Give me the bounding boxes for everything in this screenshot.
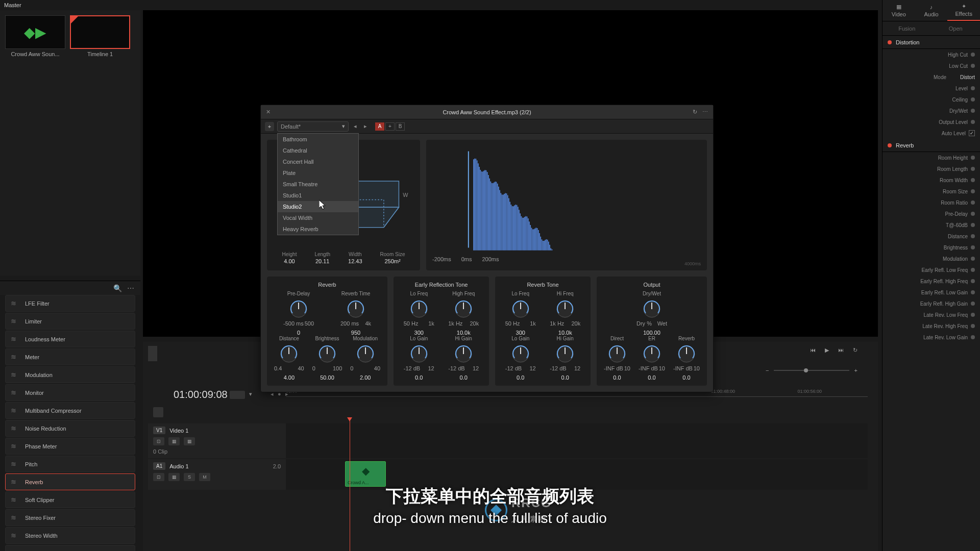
preset-dropdown[interactable]: Default*▾ BathroomCathedralConcert HallP… <box>277 121 349 132</box>
add-preset-button[interactable]: + <box>265 122 274 131</box>
fx-item-surround-analyzer[interactable]: ≋Surround Analyzer <box>5 545 135 551</box>
knob-distance[interactable]: Distance0.4404.00 <box>270 336 308 381</box>
fx-item-stereo-width[interactable]: ≋Stereo Width <box>5 527 135 544</box>
knob-lo-gain[interactable]: Lo Gain-12 dB120.0 <box>501 336 540 381</box>
chevron-down-icon[interactable]: ▾ <box>249 391 252 399</box>
preset-option[interactable]: Vocal Width <box>278 212 358 223</box>
knob-hi-gain[interactable]: Hi Gain-12 dB120.0 <box>444 336 483 381</box>
fx-item-phase-meter[interactable]: ≋Phase Meter <box>5 438 135 455</box>
inspector-row[interactable]: Auto Level✓ <box>883 128 980 139</box>
fx-item-lfe-filter[interactable]: ≋LFE Filter <box>5 295 135 312</box>
inspector-row[interactable]: High Cut <box>883 49 980 60</box>
search-icon[interactable]: 🔍 <box>113 284 122 292</box>
tab-effects[interactable]: ✦Effects <box>947 0 980 21</box>
inspector-row[interactable]: Pre-Delay <box>883 208 980 219</box>
inspector-row[interactable]: Output Level <box>883 116 980 128</box>
knob-brightness[interactable]: Brightness010050.00 <box>308 336 347 381</box>
knob-hi-freq[interactable]: Hi Freq1k Hz20k10.0k <box>546 291 584 336</box>
inspector-row[interactable]: Level <box>883 83 980 94</box>
fx-item-meter[interactable]: ≋Meter <box>5 348 135 365</box>
tab-audio[interactable]: ♪Audio <box>915 0 948 21</box>
tl-view-icon[interactable] <box>230 391 245 399</box>
preset-prev[interactable]: ◂ <box>352 123 359 130</box>
knob-reverb[interactable]: Reverb-INF dB100.0 <box>669 336 704 381</box>
preset-option[interactable]: Concert Hall <box>278 156 358 167</box>
preset-option[interactable]: Bathroom <box>278 134 358 145</box>
zoom-out-icon[interactable]: − <box>766 367 769 373</box>
preset-option[interactable]: Heavy Reverb <box>278 223 358 235</box>
preset-option[interactable]: Small Theatre <box>278 179 358 190</box>
play-button[interactable]: ▶ <box>825 347 829 354</box>
knob-pre-delay[interactable]: Pre-Delay-500 ms5000 <box>279 291 318 336</box>
fx-item-loudness-meter[interactable]: ≋Loudness Meter <box>5 331 135 347</box>
fx-item-multiband-compressor[interactable]: ≋Multiband Compressor <box>5 402 135 419</box>
knob-lo-freq[interactable]: Lo Freq50 Hz1k300 <box>501 291 540 336</box>
inspector-row[interactable]: Early Refl. High Freq <box>883 276 980 287</box>
ab-compare[interactable]: A + B <box>375 122 405 131</box>
inspector-row[interactable]: Early Refl. High Gain <box>883 298 980 309</box>
inspector-row[interactable]: Late Rev. Low Gain <box>883 332 980 343</box>
preset-option[interactable]: Studio2 <box>278 201 358 212</box>
preset-option[interactable]: Studio1 <box>278 190 358 201</box>
fx-item-noise-reduction[interactable]: ≋Noise Reduction <box>5 420 135 437</box>
media-thumb-timeline[interactable]: Timeline 1 <box>70 15 130 57</box>
knob-lo-gain[interactable]: Lo Gain-12 dB120.0 <box>400 336 438 381</box>
knob-direct[interactable]: Direct-INF dB100.0 <box>600 336 634 381</box>
inspector-row[interactable]: Room Length <box>883 163 980 174</box>
inspector-row[interactable]: Modulation <box>883 253 980 264</box>
fx-item-stereo-fixer[interactable]: ≋Stereo Fixer <box>5 509 135 526</box>
fx-item-monitor[interactable]: ≋Monitor <box>5 384 135 401</box>
track-v1[interactable]: V1Video 1⊡▦▦0 Clip <box>148 423 868 458</box>
close-icon[interactable]: ✕ <box>266 109 271 115</box>
tl-tool-icon[interactable] <box>153 407 163 417</box>
inspector-row[interactable]: Early Refl. Low Gain <box>883 287 980 298</box>
inspector-row[interactable]: Distance <box>883 231 980 242</box>
subtab-fusion[interactable]: Fusion <box>883 21 932 35</box>
inspector-row[interactable]: Early Refl. Low Freq <box>883 264 980 276</box>
inspector-row[interactable]: Brightness <box>883 242 980 253</box>
inspector-row[interactable]: T@-60dB <box>883 219 980 231</box>
fx-item-pitch[interactable]: ≋Pitch <box>5 456 135 472</box>
inspector-row[interactable]: Low Cut <box>883 60 980 71</box>
zoom-in-icon[interactable]: + <box>854 367 857 373</box>
audio-clip[interactable]: ◆Crowd A... <box>345 461 386 487</box>
inspector-row[interactable]: Late Rev. High Freq <box>883 320 980 332</box>
subtab-open[interactable]: Open <box>932 21 981 35</box>
loop-button[interactable]: ↻ <box>853 347 857 354</box>
inspector-row[interactable]: Dry/Wet <box>883 105 980 116</box>
preset-option[interactable]: Cathedral <box>278 145 358 156</box>
inspector-row[interactable]: Late Rev. Low Freq <box>883 309 980 320</box>
knob-modulation[interactable]: Modulation0402.00 <box>346 336 384 381</box>
inspector-row[interactable]: Room Height <box>883 152 980 163</box>
reset-icon[interactable]: ↻ <box>693 109 697 115</box>
fx-item-limiter[interactable]: ≋Limiter <box>5 313 135 330</box>
fx-item-soft-clipper[interactable]: ≋Soft Clipper <box>5 491 135 508</box>
knob-reverb-time[interactable]: Reverb Time200 ms4k950 <box>336 291 375 336</box>
inspector-row[interactable]: ModeDistort <box>883 71 980 83</box>
knob-hi-gain[interactable]: Hi Gain-12 dB120.0 <box>546 336 584 381</box>
knob-dry-wet[interactable]: Dry/WetDry %Wet100.00 <box>632 291 671 336</box>
media-thumb-audio[interactable]: ◆▶ Crowd Aww Soun... <box>5 15 65 57</box>
fx-item-modulation[interactable]: ≋Modulation <box>5 366 135 383</box>
inspector-row[interactable]: Room Width <box>883 174 980 186</box>
next-button[interactable]: ⏭ <box>838 347 844 354</box>
fx-item-reverb[interactable]: ≋Reverb <box>5 473 135 490</box>
knob-lo-freq[interactable]: Lo Freq50 Hz1k300 <box>400 291 438 336</box>
prev-button[interactable]: ⏮ <box>810 347 816 354</box>
inspector-row[interactable]: Room Ratio <box>883 197 980 208</box>
inspector-group-reverb[interactable]: Reverb <box>883 139 980 152</box>
preset-option[interactable]: Plate <box>278 167 358 179</box>
tab-video[interactable]: ▦Video <box>883 0 915 21</box>
marker-in[interactable] <box>148 346 157 361</box>
options-icon[interactable]: ⋯ <box>127 284 134 292</box>
inspector-row[interactable]: Room Size <box>883 186 980 197</box>
zoom-slider[interactable]: − + <box>766 367 857 373</box>
preset-next[interactable]: ▸ <box>362 123 369 130</box>
media-pool: ◆▶ Crowd Aww Soun... Timeline 1 <box>0 10 140 276</box>
knob-er[interactable]: ER-INF dB100.0 <box>634 336 669 381</box>
knob-high-freq[interactable]: High Freq1k Hz20k10.0k <box>444 291 483 336</box>
playhead[interactable] <box>350 420 350 551</box>
inspector-group-distortion[interactable]: Distortion <box>883 36 980 49</box>
inspector-row[interactable]: Ceiling <box>883 94 980 105</box>
menu-icon[interactable]: ⋯ <box>702 109 708 115</box>
